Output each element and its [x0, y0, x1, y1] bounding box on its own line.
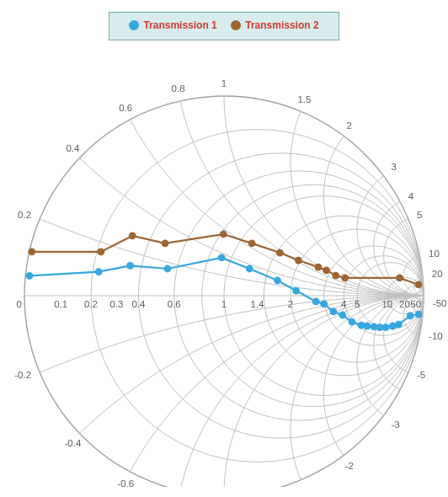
legend-item-transmission-1: Transmission 1 [129, 19, 216, 31]
angular-tick-label: -0.6 [117, 478, 134, 487]
series-point-1 [246, 265, 253, 273]
angular-tick-label: 3 [391, 162, 396, 172]
series-point-1 [382, 323, 390, 331]
angular-tick-label: -2 [345, 461, 354, 471]
series-point-2 [341, 275, 349, 282]
angular-tick-label: 2 [347, 120, 352, 131]
series-point-1 [339, 312, 346, 319]
series-point-1 [329, 308, 337, 316]
series-point-2 [248, 240, 256, 248]
series-point-1 [407, 313, 414, 320]
angular-tick-label: 10 [429, 248, 440, 259]
radial-tick-label: 4 [341, 299, 347, 309]
series-point-2 [314, 264, 322, 271]
legend-item-transmission-2: Transmission 2 [231, 19, 318, 31]
angular-tick-label: -0.2 [14, 370, 31, 380]
angular-tick-label: -0.4 [64, 438, 81, 448]
series-point-1 [395, 321, 403, 329]
series-point-1 [364, 323, 371, 330]
radial-tick-label: 10 [381, 299, 392, 309]
legend-dot-2 [231, 20, 241, 30]
angular-tick-label: 1 [221, 78, 227, 88]
series-point-1 [218, 254, 226, 262]
series-point-1 [26, 272, 34, 280]
series-point-2 [97, 248, 104, 255]
series-point-2 [323, 267, 330, 275]
radial-tick-label: 5 [355, 299, 360, 309]
smith-chart-svg: 0123451020500.10.20.30.40.61.40.20.40.60… [0, 40, 448, 487]
radial-tick-label: 1.4 [251, 299, 265, 309]
angular-tick-label: 0.4 [66, 143, 80, 153]
series-point-2 [162, 240, 169, 248]
angular-tick-label: 5 [417, 210, 422, 220]
series-point-1 [126, 262, 134, 270]
smith-chart: 0123451020500.10.20.30.40.61.40.20.40.60… [0, 40, 448, 487]
radial-tick-label: 0.6 [168, 299, 181, 309]
series-point-1 [164, 265, 172, 273]
angular-tick-label: 0.2 [18, 210, 31, 220]
series-point-2 [295, 257, 302, 265]
radial-tick-label: 0.1 [54, 299, 67, 309]
legend-dot-1 [129, 20, 139, 30]
angular-tick-label: -5 [417, 370, 425, 380]
series-point-1 [312, 297, 320, 305]
angular-tick-label: -3 [391, 420, 399, 430]
series-point-1 [349, 318, 356, 326]
legend-label-2: Transmission 2 [245, 19, 318, 31]
radial-tick-label: 0.4 [131, 299, 146, 309]
series-point-1 [320, 301, 328, 308]
angular-tick-label: 4 [408, 191, 414, 201]
series-point-1 [415, 311, 423, 318]
series-point-2 [332, 272, 339, 280]
series-point-1 [274, 277, 281, 285]
radial-tick-label: 50 [410, 299, 421, 309]
series-point-2 [396, 275, 403, 282]
angular-tick-label: 20 [432, 269, 443, 279]
radial-tick-label: 0.3 [109, 299, 123, 309]
angular-tick-label: -50 [433, 298, 447, 308]
angular-tick-label: -10 [429, 331, 443, 341]
radial-tick-label: 0 [17, 299, 22, 309]
series-point-1 [95, 268, 103, 275]
series-point-2 [415, 281, 423, 289]
series-point-2 [276, 249, 284, 257]
legend-label-1: Transmission 1 [143, 19, 216, 31]
series-point-1 [292, 287, 300, 295]
angular-tick-label: 0.8 [172, 83, 185, 94]
radial-tick-label: 0.2 [84, 299, 98, 309]
angular-tick-label: 1.5 [297, 94, 311, 104]
radial-tick-label: 1 [221, 299, 227, 309]
series-point-2 [28, 248, 35, 255]
series-point-2 [220, 231, 227, 238]
series-point-2 [129, 232, 136, 240]
radial-tick-label: 2 [288, 299, 293, 309]
chart-legend: Transmission 1 Transmission 2 [109, 12, 339, 40]
angular-tick-label: 0.6 [119, 103, 132, 113]
radial-tick-label: 20 [399, 299, 410, 309]
